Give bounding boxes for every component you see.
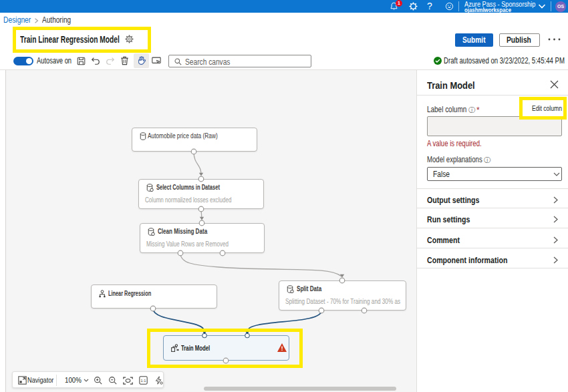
svg-text:1:1: 1:1 <box>141 379 146 383</box>
